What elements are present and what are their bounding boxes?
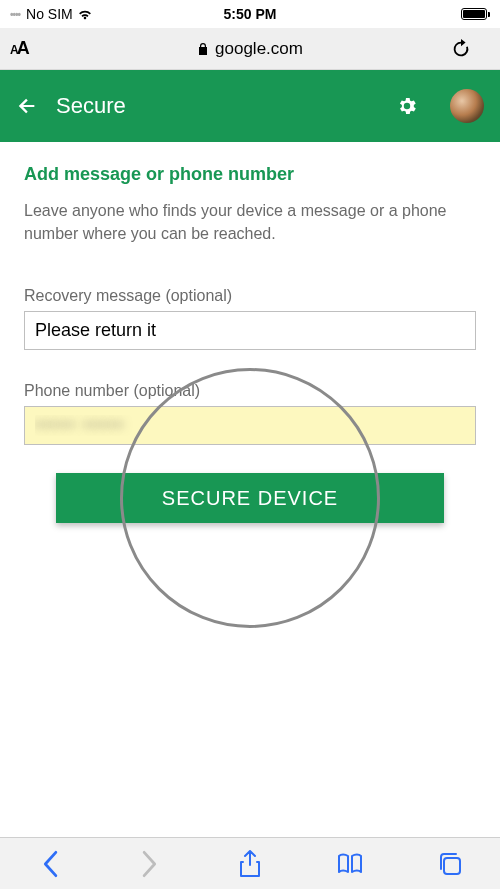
nav-back-button[interactable]	[28, 842, 72, 886]
svg-rect-0	[444, 858, 460, 874]
share-button[interactable]	[228, 842, 272, 886]
tabs-button[interactable]	[428, 842, 472, 886]
phone-number-label: Phone number (optional)	[24, 382, 476, 400]
bookmarks-button[interactable]	[328, 842, 372, 886]
carrier-label: No SIM	[26, 6, 73, 22]
nav-forward-button	[128, 842, 172, 886]
section-title: Add message or phone number	[24, 164, 476, 185]
app-header: Secure	[0, 70, 500, 142]
avatar[interactable]	[450, 89, 484, 123]
status-left: •••• No SIM	[10, 6, 93, 22]
recovery-message-field: Recovery message (optional)	[24, 287, 476, 350]
content-area: Add message or phone number Leave anyone…	[0, 142, 500, 523]
status-time: 5:50 PM	[224, 6, 277, 22]
wifi-icon	[77, 8, 93, 20]
url-bar: AA google.com	[0, 28, 500, 70]
address-field[interactable]: google.com	[58, 28, 442, 69]
battery-icon	[461, 8, 490, 20]
url-text: google.com	[215, 39, 303, 59]
phone-number-input[interactable]	[24, 406, 476, 445]
page-title: Secure	[56, 93, 378, 119]
lock-icon	[197, 42, 209, 56]
recovery-message-input[interactable]	[24, 311, 476, 350]
signal-dots-icon: ••••	[10, 9, 20, 20]
status-bar: •••• No SIM 5:50 PM	[0, 0, 500, 28]
section-description: Leave anyone who finds your device a mes…	[24, 199, 476, 245]
secure-device-button[interactable]: SECURE DEVICE	[56, 473, 444, 523]
browser-toolbar	[0, 837, 500, 889]
back-arrow-icon[interactable]	[16, 95, 38, 117]
recovery-message-label: Recovery message (optional)	[24, 287, 476, 305]
phone-number-field: Phone number (optional)	[24, 382, 476, 445]
reload-button[interactable]	[450, 38, 490, 60]
text-size-button[interactable]: AA	[10, 38, 50, 59]
gear-icon[interactable]	[396, 95, 418, 117]
